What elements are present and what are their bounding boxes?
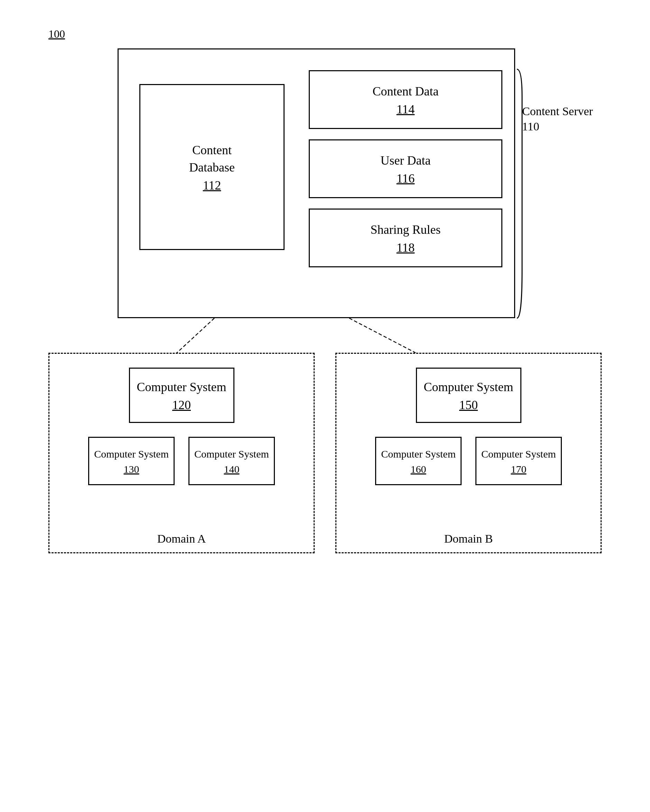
sharing-rules-title: Sharing Rules [371, 221, 441, 238]
content-server-box: ContentDatabase 112 Content Data 114 Use… [117, 49, 515, 318]
cs120-title: Computer System [137, 379, 226, 395]
content-data-box: Content Data 114 [309, 70, 502, 129]
fig-ref-100: 100 [49, 27, 65, 40]
page: 100 ContentDatabase 112 Content Data 114… [0, 0, 650, 812]
user-data-box: User Data 116 [309, 139, 502, 198]
sharing-rules-box: Sharing Rules 118 [309, 209, 502, 267]
cs140-box: Computer System 140 [188, 437, 275, 485]
sharing-rules-num: 118 [397, 240, 415, 255]
content-data-title: Content Data [373, 82, 439, 100]
user-data-title: User Data [381, 152, 431, 169]
right-boxes: Content Data 114 User Data 116 Sharing R… [309, 70, 502, 267]
content-server-num: 110 [522, 119, 593, 134]
cs150-num: 150 [459, 398, 478, 412]
domain-b-label: Domain B [444, 532, 493, 545]
domain-b-top: Computer System 150 [350, 368, 587, 423]
cs130-box: Computer System 130 [88, 437, 175, 485]
cs130-title: Computer System [94, 447, 169, 461]
domains-row: Computer System 120 Computer System 130 … [49, 353, 601, 553]
cs160-box: Computer System 160 [375, 437, 462, 485]
cs170-num: 170 [511, 463, 526, 475]
cs160-title: Computer System [381, 447, 456, 461]
domain-a-box: Computer System 120 Computer System 130 … [49, 353, 314, 553]
cs140-num: 140 [224, 463, 239, 475]
cs130-num: 130 [124, 463, 139, 475]
domain-a-label: Domain A [157, 532, 206, 545]
content-db-num: 112 [203, 178, 221, 192]
content-server-label: Content Server 110 [522, 104, 593, 134]
content-db-title: ContentDatabase [189, 142, 235, 176]
cs170-title: Computer System [481, 447, 556, 461]
cs120-num: 120 [172, 398, 191, 412]
domain-a-bottom: Computer System 130 Computer System 140 [63, 437, 300, 485]
domain-a-top: Computer System 120 [63, 368, 300, 423]
domain-b-bottom: Computer System 160 Computer System 170 [350, 437, 587, 485]
cs140-title: Computer System [194, 447, 269, 461]
cs170-box: Computer System 170 [475, 437, 562, 485]
user-data-num: 116 [397, 171, 415, 186]
cs150-title: Computer System [424, 379, 513, 395]
content-server-label-text: Content Server [522, 104, 593, 119]
domain-b-box: Computer System 150 Computer System 160 … [336, 353, 601, 553]
cs160-num: 160 [411, 463, 426, 475]
content-data-num: 114 [397, 102, 415, 116]
cs120-box: Computer System 120 [129, 368, 234, 423]
content-db-box: ContentDatabase 112 [139, 84, 285, 250]
cs150-box: Computer System 150 [416, 368, 521, 423]
